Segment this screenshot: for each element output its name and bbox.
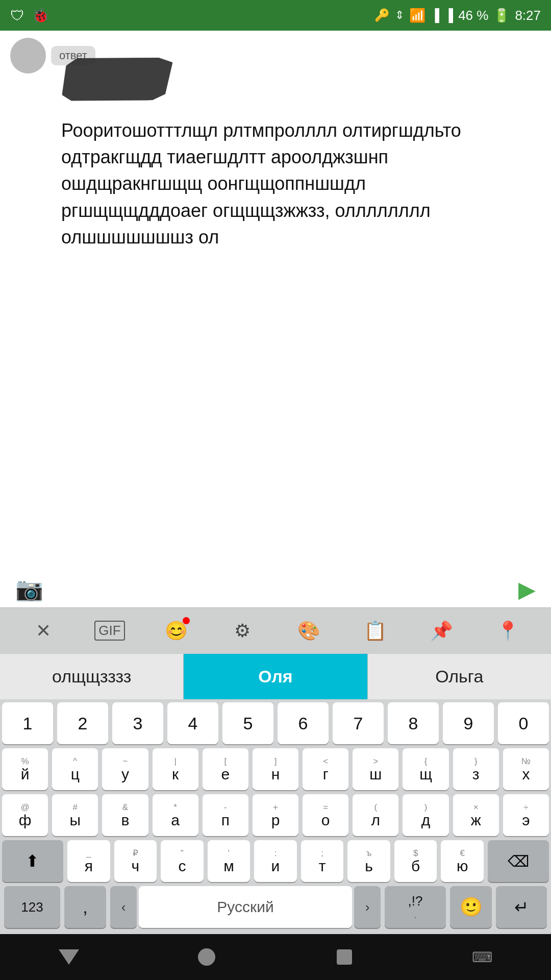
- key-ж[interactable]: ×ж: [453, 794, 499, 836]
- prev-lang-key[interactable]: ‹: [110, 886, 137, 928]
- arrow-icon: ⇕: [395, 9, 404, 22]
- key-р[interactable]: +р: [253, 794, 298, 836]
- bug-icon: 🐞: [32, 7, 49, 24]
- enter-key[interactable]: ↵: [496, 886, 547, 928]
- keyboard-hide-button[interactable]: ⌨: [467, 947, 497, 967]
- gif-icon: GIF: [94, 621, 124, 641]
- key-п[interactable]: -п: [203, 794, 248, 836]
- status-bar-right: 🔑 ⇕ 📶 ▐ ▐ 46 % 🔋 8:27: [374, 8, 541, 23]
- comma-key[interactable]: ,: [64, 886, 106, 928]
- wifi-icon: 📶: [409, 8, 425, 23]
- theme-button[interactable]: 🎨: [291, 613, 327, 649]
- key-ц[interactable]: ^ц: [52, 748, 98, 790]
- home-button[interactable]: [191, 947, 222, 967]
- close-button[interactable]: ✕: [26, 613, 61, 649]
- camera-icon[interactable]: 📷: [15, 576, 43, 602]
- key-7[interactable]: 7: [333, 702, 384, 744]
- key-ф[interactable]: @ф: [2, 794, 48, 836]
- key-1[interactable]: 1: [2, 702, 53, 744]
- keyboard: 1 2 3 4 5 6 7 8 9 0 %й ^ц ~у |к [е ]н <г…: [0, 699, 551, 934]
- key-в[interactable]: &в: [102, 794, 148, 836]
- emoji-key[interactable]: 🙂: [450, 886, 492, 928]
- signal1-icon: ▐: [431, 8, 439, 22]
- key-и[interactable]: :и: [254, 840, 297, 882]
- punct-key[interactable]: ,!? .: [385, 886, 446, 928]
- key-х[interactable]: №х: [503, 748, 549, 790]
- key-щ[interactable]: {щ: [403, 748, 448, 790]
- key-ь[interactable]: ъь: [347, 840, 390, 882]
- avatar: [10, 38, 46, 74]
- send-button[interactable]: ▶: [518, 576, 536, 602]
- emoji-icon: 🙂: [460, 896, 483, 918]
- keyboard-toolbar: ✕ GIF 😊 ⚙ 🎨 📋 📌 📍: [0, 607, 551, 653]
- back-icon: [59, 949, 79, 965]
- key-й[interactable]: %й: [2, 748, 48, 790]
- key-icon: 🔑: [374, 8, 390, 22]
- gif-button[interactable]: GIF: [92, 613, 128, 649]
- key-е[interactable]: [е: [203, 748, 248, 790]
- key-э[interactable]: ÷э: [503, 794, 549, 836]
- key-б[interactable]: $б: [394, 840, 437, 882]
- key-2[interactable]: 2: [57, 702, 108, 744]
- keyboard-row-3: @ф #ы &в *а -п +р =о (л )д ×ж ÷э: [2, 794, 549, 836]
- key-3[interactable]: 3: [112, 702, 163, 744]
- location-icon: 📍: [496, 620, 519, 642]
- key-с[interactable]: "с: [161, 840, 204, 882]
- punct-sublabel: .: [414, 909, 417, 921]
- settings-icon: ⚙: [234, 620, 251, 642]
- key-к[interactable]: |к: [153, 748, 198, 790]
- keyboard-row-numbers: 1 2 3 4 5 6 7 8 9 0: [2, 702, 549, 744]
- key-о[interactable]: =о: [303, 794, 348, 836]
- location-button[interactable]: 📍: [490, 613, 525, 649]
- backspace-key[interactable]: ⌫: [488, 840, 549, 882]
- autocomplete-row: олщщзззз Оля Ольга: [0, 653, 551, 699]
- key-ч[interactable]: ₽ч: [114, 840, 157, 882]
- key-8[interactable]: 8: [388, 702, 439, 744]
- recents-button[interactable]: [329, 947, 360, 967]
- shift-key[interactable]: ⬆: [2, 840, 63, 882]
- punct-label: ,!?: [408, 893, 423, 909]
- clipboard-icon: 📋: [364, 620, 387, 642]
- time: 8:27: [515, 8, 541, 23]
- key-н[interactable]: ]н: [253, 748, 298, 790]
- key-9[interactable]: 9: [443, 702, 494, 744]
- keyboard-icon: ⌨: [472, 949, 492, 966]
- signal2-icon: ▐: [444, 8, 453, 22]
- key-6[interactable]: 6: [278, 702, 329, 744]
- key-я[interactable]: _я: [67, 840, 110, 882]
- key-у[interactable]: ~у: [102, 748, 148, 790]
- status-bar: 🛡 🐞 🔑 ⇕ 📶 ▐ ▐ 46 % 🔋 8:27: [0, 0, 551, 31]
- key-г[interactable]: <г: [303, 748, 348, 790]
- key-м[interactable]: 'м: [208, 840, 251, 882]
- key-д[interactable]: )д: [403, 794, 448, 836]
- sticker-button[interactable]: 😊: [158, 613, 194, 649]
- home-icon: [198, 948, 215, 966]
- key-а[interactable]: *а: [153, 794, 198, 836]
- back-button[interactable]: [54, 947, 84, 967]
- notification-dot: [183, 617, 190, 624]
- key-з[interactable]: }з: [453, 748, 499, 790]
- clipboard-button[interactable]: 📋: [357, 613, 393, 649]
- autocomplete-right[interactable]: Ольга: [368, 654, 551, 699]
- autocomplete-center[interactable]: Оля: [184, 654, 367, 699]
- space-key-group: ‹ Русский ›: [110, 886, 381, 928]
- pin-button[interactable]: 📌: [423, 613, 459, 649]
- settings-button[interactable]: ⚙: [224, 613, 260, 649]
- key-4[interactable]: 4: [167, 702, 218, 744]
- censored-name: [61, 56, 173, 102]
- keyboard-bottom-row: 123 , ‹ Русский › ,!? . 🙂 ↵: [2, 886, 549, 931]
- shift-icon: ⬆: [26, 851, 39, 871]
- key-5[interactable]: 5: [222, 702, 273, 744]
- key-ы[interactable]: #ы: [52, 794, 98, 836]
- key-ш[interactable]: >ш: [353, 748, 398, 790]
- key-т[interactable]: ;т: [301, 840, 344, 882]
- next-lang-key[interactable]: ›: [354, 886, 381, 928]
- autocomplete-left[interactable]: олщщзззз: [0, 654, 184, 699]
- numbers-mode-key[interactable]: 123: [4, 886, 60, 928]
- key-л[interactable]: (л: [353, 794, 398, 836]
- theme-icon: 🎨: [297, 620, 320, 642]
- key-0[interactable]: 0: [498, 702, 549, 744]
- keyboard-row-2: %й ^ц ~у |к [е ]н <г >ш {щ }з №х: [2, 748, 549, 790]
- space-key[interactable]: Русский: [139, 886, 352, 928]
- key-ю[interactable]: €ю: [441, 840, 484, 882]
